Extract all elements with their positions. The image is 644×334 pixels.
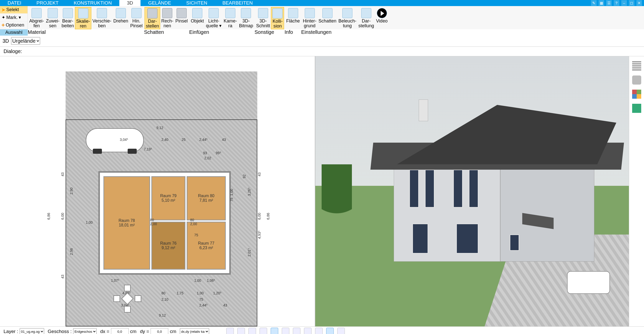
plan-2d-pane[interactable]: Raum 7818,01 m²Raum 795,10 m²Raum 769,12… [0,56,315,326]
tab-gelaende[interactable]: GELÄNDE [141,0,179,6]
tool-ground-icon[interactable] [293,328,300,334]
room-raum77[interactable]: Raum 776,23 m² [187,222,226,270]
room-raum76[interactable]: Raum 769,12 m² [151,222,185,270]
dim: 75 [199,297,203,301]
dim: 2,40 [161,138,168,142]
tool-camera-icon[interactable] [248,328,256,334]
dim: 2,44⁵ [199,138,208,142]
dim: 93 [203,151,207,155]
furniture-icon[interactable] [632,75,641,85]
selekt-button[interactable]: ➤Selekt [0,6,27,14]
dim: 43 [222,138,226,142]
layer-dropdown[interactable]: 01_ug.eg.og [20,328,44,334]
dim: 43 [61,275,65,279]
layers-icon[interactable] [632,61,641,70]
tool-info-icon[interactable] [337,328,345,334]
tab-bearbeiten[interactable]: BEARBEITEN [215,0,260,6]
dim: 80 [150,218,154,222]
dialoge-label: Dialoge: [4,48,22,54]
tab-sichten[interactable]: SICHTEN [179,0,215,6]
dim: 2,44⁵ [199,303,208,307]
tool-sun-icon[interactable] [237,328,245,334]
ribbon-video-button[interactable]: Video [375,7,389,29]
tab-konstruktion[interactable]: KONSTRUKTION [66,0,119,6]
room-raum79[interactable]: Raum 795,10 m² [151,176,185,220]
patio-set-icon [114,285,141,313]
ribbon-btn-icon [377,8,387,18]
ribbon-abgrei-button[interactable]: Abgrei-fen [28,7,45,29]
ribbon-dar-button[interactable]: Dar-stellen [145,7,160,29]
geschoss-label: Geschoss : [48,329,72,334]
close-icon[interactable]: ✕ [636,0,642,6]
minimize-icon[interactable]: – [621,0,627,6]
ribbon-kame-button[interactable]: Kame-ra [222,7,238,29]
tool-stack-icon[interactable] [282,328,289,334]
ribbon-rech-button[interactable]: Rech-nen [160,7,174,29]
ribbon-d-button[interactable]: 3D-Bitmap [238,7,254,29]
ribbon-btn-icon [177,8,187,18]
mark-button[interactable]: ✦Mark.▾ [0,14,27,21]
window-3d [510,235,519,251]
ribbon-kolli-button[interactable]: Kolli-sion [271,7,284,29]
tab-datei[interactable]: DATEI [0,0,29,6]
view-bar: 3D Urgelände [0,36,644,47]
tool2-icon[interactable]: ▦ [599,0,604,6]
maximize-icon[interactable]: ◻ [629,0,634,6]
geschoss-dropdown[interactable]: Erdgeschos [73,328,97,334]
dx-input[interactable] [111,328,129,334]
tool-north-icon[interactable] [326,328,334,334]
window-3d [469,170,478,208]
dim: 1,75 [177,291,183,295]
ribbon-hinter-button[interactable]: Hinter-grund [302,7,318,29]
ribbon-bear-button[interactable]: Bear-beiten [61,7,75,29]
coord-mode-dropdown[interactable]: dx,dy (relativ ka [180,328,209,334]
ribbon-licht-button[interactable]: Licht-quelle ▾ [205,7,222,29]
tool-snap-icon[interactable] [304,328,312,334]
tool3-icon[interactable]: ☰ [606,0,612,6]
ribbon-dar-button[interactable]: Dar-stellung [357,7,375,29]
help-icon[interactable]: ? [614,0,619,6]
mode-label: 3D [3,38,9,44]
ribbon-zuwei-button[interactable]: Zuwei-sen [45,7,61,29]
tool-clock-icon[interactable] [226,328,234,334]
dim: 2,01⁵ [247,248,251,256]
dim: 1,00 [197,291,204,295]
ribbon-hin-button[interactable]: Hin.Pinsel [129,7,144,29]
ribbon-flche-button[interactable]: Fläche [285,7,301,24]
layer-select[interactable]: Urgelände [11,37,40,45]
ribbon-verschie-button[interactable]: Verschie-ben [91,7,112,29]
car-3d-icon [567,271,610,294]
ribbon-skalie-button[interactable]: Skalie-ren [75,7,91,29]
dim: 2,00 [150,222,157,226]
tool1-icon[interactable]: ✎ [591,0,597,6]
ribbon-pinsel-button[interactable]: Pinsel [174,7,189,29]
optionen-button[interactable]: +Optionen [0,21,27,29]
ribbon-btn-icon [209,8,219,18]
tab-projekt[interactable]: PROJEKT [29,0,66,6]
ribbon-objekt-button[interactable]: Objekt [190,7,205,29]
tool-diag-icon[interactable] [271,328,278,334]
car-top-icon [86,128,144,152]
tool-grid-icon[interactable] [315,328,323,334]
dim: 1,00 [86,220,93,224]
view-3d-pane[interactable] [315,56,629,326]
dim: 75 [230,198,234,202]
tab-3d[interactable]: 3D [119,0,141,6]
tree-3d-icon [322,164,352,230]
dim: 2,90 [69,188,73,194]
room-raum80[interactable]: Raum 807,81 m² [187,176,226,220]
group-label-schatten: Schatten [144,29,189,36]
window-icons: ✎ ▦ ☰ ? – ◻ ✕ [591,0,644,6]
ribbon-d-button[interactable]: 3D-Schnitt [255,7,271,29]
ribbon-drehen-button[interactable]: Drehen [112,7,129,29]
ribbon-beleuch-button[interactable]: Beleuch-tung [338,7,357,29]
plants-icon[interactable] [632,104,641,113]
dy-input[interactable] [151,328,168,334]
ribbon-schatten-button[interactable]: Schatten [318,7,338,29]
right-toolbox [629,56,644,326]
materials-icon[interactable] [632,90,641,99]
tool-shade-icon[interactable] [260,328,267,334]
ribbon-btn-icon [63,8,73,18]
room-raum78[interactable]: Raum 7818,01 m² [103,176,150,270]
dim: 2,96 [69,248,73,255]
